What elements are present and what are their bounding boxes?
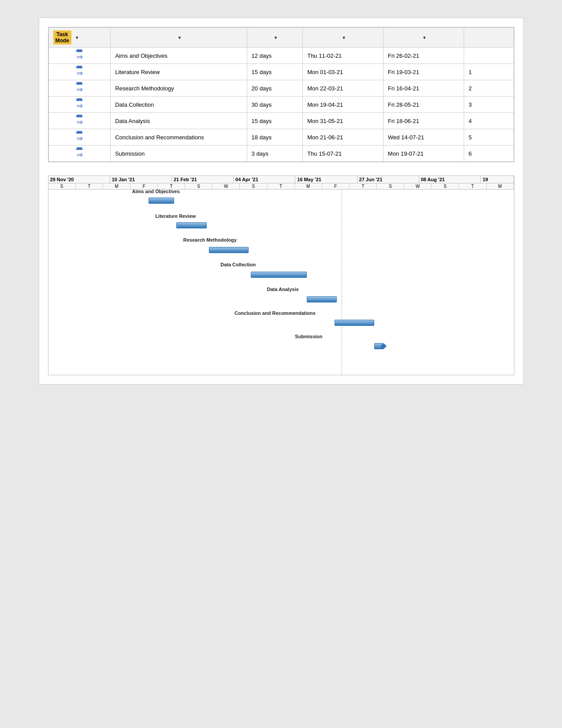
task-predecessors-cell: 6 xyxy=(464,146,514,162)
task-duration-cell: 20 days xyxy=(247,80,303,97)
task-name-filter-icon[interactable]: ▼ xyxy=(177,35,182,40)
gantt-months-row: 29 Nov '2010 Jan '2121 Feb '2104 Apr '21… xyxy=(48,176,514,183)
main-container: TaskMode ▼ ▼ ▼ ▼ xyxy=(39,18,524,385)
gantt-bar xyxy=(209,247,249,253)
th-duration[interactable]: ▼ xyxy=(247,28,303,48)
th-predecessors xyxy=(464,28,514,48)
gantt-bar-label: Research Methodology xyxy=(183,237,237,243)
task-predecessors-cell xyxy=(464,48,514,64)
task-name-cell: Data Analysis xyxy=(111,113,247,129)
task-start-cell: Mon 01-03-21 xyxy=(303,64,383,80)
table-row: ⇒ Conclusion and Recommendations18 daysM… xyxy=(48,129,514,146)
task-name-cell: Literature Review xyxy=(111,64,247,80)
gantt-grid: Aims and ObjectivesLiterature ReviewRese… xyxy=(48,190,514,375)
task-mode-label: TaskMode xyxy=(53,30,71,45)
task-finish-cell: Fri 26-02-21 xyxy=(383,48,464,64)
table-row: ⇒ Data Collection30 daysMon 19-04-21Fri … xyxy=(48,97,514,113)
task-duration-cell: 18 days xyxy=(247,129,303,146)
task-mode-cell: ⇒ xyxy=(48,129,111,146)
task-start-cell: Mon 21-06-21 xyxy=(303,129,383,146)
table-row: ⇒ Data Analysis15 daysMon 31-05-21Fri 18… xyxy=(48,113,514,129)
table-row: ⇒ Literature Review15 daysMon 01-03-21Fr… xyxy=(48,64,514,80)
gantt-day-cell: W xyxy=(212,183,240,189)
gantt-day-cell: S xyxy=(377,183,404,189)
gantt-day-cell: S xyxy=(432,183,459,189)
task-duration-cell: 3 days xyxy=(247,146,303,162)
task-start-cell: Mon 22-03-21 xyxy=(303,80,383,97)
table-row: ⇒ Submission3 daysThu 15-07-21Mon 19-07-… xyxy=(48,146,514,162)
gantt-bar-label: Data Analysis xyxy=(267,287,299,292)
gantt-month-cell: 08 Aug '21 xyxy=(419,176,481,183)
gantt-dotted-line xyxy=(342,190,342,375)
task-table: TaskMode ▼ ▼ ▼ ▼ xyxy=(48,27,514,162)
task-mode-cell: ⇒ xyxy=(48,113,111,129)
task-predecessors-cell: 1 xyxy=(464,64,514,80)
gantt-month-cell: 04 Apr '21 xyxy=(234,176,295,183)
gantt-month-cell: 21 Feb '21 xyxy=(172,176,234,183)
finish-filter-icon[interactable]: ▼ xyxy=(422,35,427,40)
task-mode-filter-icon[interactable]: ▼ xyxy=(75,35,79,40)
task-predecessors-cell: 2 xyxy=(464,80,514,97)
task-mode-cell: ⇒ xyxy=(48,64,111,80)
task-name-cell: Data Collection xyxy=(111,97,247,113)
task-name-cell: Conclusion and Recommendations xyxy=(111,129,247,146)
task-duration-cell: 15 days xyxy=(247,113,303,129)
gantt-day-cell: W xyxy=(404,183,432,189)
gantt-bar-label: Aims and Objectives xyxy=(132,189,180,194)
gantt-bar xyxy=(149,198,174,204)
duration-filter-icon[interactable]: ▼ xyxy=(273,35,278,40)
task-start-cell: Thu 15-07-21 xyxy=(303,146,383,162)
gantt-day-cell: S xyxy=(48,183,76,189)
task-finish-cell: Fri 28-05-21 xyxy=(383,97,464,113)
task-finish-cell: Fri 19-03-21 xyxy=(383,64,464,80)
task-finish-cell: Fri 18-06-21 xyxy=(383,113,464,129)
th-task-mode[interactable]: TaskMode ▼ xyxy=(48,28,111,48)
task-name-cell: Research Methodology xyxy=(111,80,247,97)
table-row: ⇒ Research Methodology20 daysMon 22-03-2… xyxy=(48,80,514,97)
task-duration-cell: 30 days xyxy=(247,97,303,113)
gantt-bar xyxy=(335,320,374,326)
gantt-bar xyxy=(176,222,207,228)
gantt-day-cell: F xyxy=(322,183,350,189)
task-mode-cell: ⇒ xyxy=(48,97,111,113)
gantt-day-cell: T xyxy=(350,183,377,189)
gantt-day-cell: M xyxy=(295,183,322,189)
gantt-day-cell: T xyxy=(76,183,103,189)
gantt-month-cell: 19 xyxy=(481,176,514,183)
th-finish[interactable]: ▼ xyxy=(383,28,464,48)
task-finish-cell: Mon 19-07-21 xyxy=(383,146,464,162)
task-mode-cell: ⇒ xyxy=(48,80,111,97)
gantt-day-cell: M xyxy=(487,183,514,189)
gantt-bar-label: Conclusion and Recommendations xyxy=(234,310,316,316)
task-name-cell: Submission xyxy=(111,146,247,162)
task-start-cell: Mon 31-05-21 xyxy=(303,113,383,129)
gantt-day-cell: T xyxy=(459,183,486,189)
gantt-bar-label: Literature Review xyxy=(155,213,196,219)
task-start-cell: Thu 11-02-21 xyxy=(303,48,383,64)
gantt-bar-label: Data Collection xyxy=(220,262,256,267)
task-finish-cell: Wed 14-07-21 xyxy=(383,129,464,146)
task-predecessors-cell: 5 xyxy=(464,129,514,146)
gantt-bar xyxy=(251,272,307,278)
task-predecessors-cell: 4 xyxy=(464,113,514,129)
gantt-bar-label: Submission xyxy=(295,334,322,339)
gantt-month-cell: 29 Nov '20 xyxy=(48,176,110,183)
gantt-day-cell: S xyxy=(240,183,267,189)
gantt-chart-section: 29 Nov '2010 Jan '2121 Feb '2104 Apr '21… xyxy=(48,175,514,375)
th-start[interactable]: ▼ xyxy=(303,28,383,48)
task-mode-cell: ⇒ xyxy=(48,48,111,64)
gantt-day-cell: T xyxy=(268,183,295,189)
task-name-cell: Aims and Objectives xyxy=(111,48,247,64)
task-mode-cell: ⇒ xyxy=(48,146,111,162)
start-filter-icon[interactable]: ▼ xyxy=(342,35,346,40)
gantt-month-cell: 16 May '21 xyxy=(295,176,357,183)
task-predecessors-cell: 3 xyxy=(464,97,514,113)
gantt-month-cell: 10 Jan '21 xyxy=(110,176,172,183)
gantt-days-row: STMFTSWSTMFTSWSTM xyxy=(48,183,514,190)
gantt-day-cell: S xyxy=(185,183,212,189)
th-task-name[interactable]: ▼ xyxy=(111,28,247,48)
gantt-table-section: TaskMode ▼ ▼ ▼ ▼ xyxy=(48,27,514,162)
gantt-bar xyxy=(307,296,337,302)
task-duration-cell: 15 days xyxy=(247,64,303,80)
task-start-cell: Mon 19-04-21 xyxy=(303,97,383,113)
